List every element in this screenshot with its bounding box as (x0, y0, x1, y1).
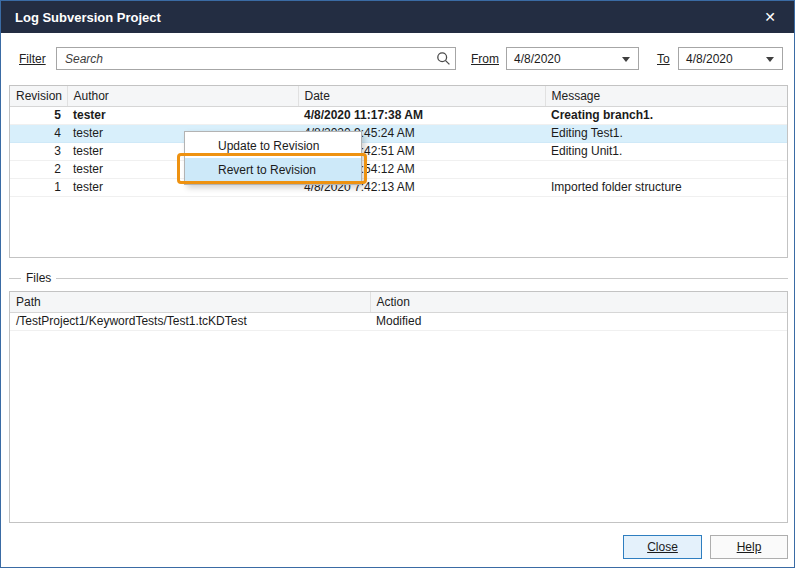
close-button[interactable]: Close (623, 535, 702, 559)
message-cell (545, 160, 787, 178)
col-header-action[interactable]: Action (370, 292, 787, 312)
revisions-header-row: Revision Author Date Message (10, 86, 787, 106)
close-button-label: Close (647, 540, 678, 554)
close-icon[interactable]: ✕ (760, 8, 780, 26)
revision-cell: 4 (10, 124, 67, 142)
to-label: To (657, 52, 670, 66)
help-button[interactable]: Help (710, 535, 788, 559)
log-subversion-dialog: Log Subversion Project ✕ Filter From 4/8… (0, 0, 795, 568)
col-header-author[interactable]: Author (67, 86, 298, 106)
context-menu: Update to Revision Revert to Revision (184, 131, 362, 185)
search-input[interactable] (56, 47, 456, 70)
search-icon (436, 51, 451, 69)
col-header-date[interactable]: Date (298, 86, 545, 106)
revision-cell: 5 (10, 106, 67, 124)
search-box (56, 47, 456, 70)
to-date-value: 4/8/2020 (686, 52, 733, 66)
date-cell: 4/8/2020 11:17:38 AM (298, 106, 545, 124)
to-date-select[interactable]: 4/8/2020 (678, 47, 783, 70)
revision-row[interactable]: 4 tester 4/8/2020 9:45:24 AM Editing Tes… (10, 124, 787, 142)
files-table: Path Action /TestProject1/KeywordTests/T… (10, 292, 787, 331)
chevron-down-icon (766, 57, 774, 62)
from-label: From (471, 52, 499, 66)
message-cell: Editing Test1. (545, 124, 787, 142)
menu-item-revert-to-revision[interactable]: Revert to Revision (185, 158, 361, 182)
files-grid: Path Action /TestProject1/KeywordTests/T… (9, 291, 788, 523)
col-header-message[interactable]: Message (545, 86, 787, 106)
filter-label: Filter (19, 52, 46, 66)
chevron-down-icon (622, 57, 630, 62)
window-title: Log Subversion Project (15, 10, 760, 25)
message-cell: Imported folder structure (545, 178, 787, 196)
revision-row[interactable]: 1 tester 4/8/2020 7:42:13 AM Imported fo… (10, 178, 787, 196)
message-cell: Creating branch1. (545, 106, 787, 124)
col-header-revision[interactable]: Revision (10, 86, 67, 106)
message-cell: Editing Unit1. (545, 142, 787, 160)
revision-cell: 1 (10, 178, 67, 196)
files-header-row: Path Action (10, 292, 787, 312)
titlebar: Log Subversion Project ✕ (1, 1, 794, 33)
from-date-select[interactable]: 4/8/2020 (506, 47, 639, 70)
help-button-label: Help (737, 540, 762, 554)
revisions-table: Revision Author Date Message 5 tester 4/… (10, 86, 787, 197)
revision-row[interactable]: 2 tester 4/8/2020 7:54:12 AM (10, 160, 787, 178)
revision-cell: 3 (10, 142, 67, 160)
author-cell: tester (67, 106, 298, 124)
file-path-cell: /TestProject1/KeywordTests/Test1.tcKDTes… (10, 312, 370, 330)
revision-cell: 2 (10, 160, 67, 178)
files-group-label: Files (21, 271, 56, 285)
revision-row[interactable]: 3 tester 4/8/2020 9:42:51 AM Editing Uni… (10, 142, 787, 160)
menu-item-update-to-revision[interactable]: Update to Revision (185, 134, 361, 158)
file-row[interactable]: /TestProject1/KeywordTests/Test1.tcKDTes… (10, 312, 787, 330)
from-date-value: 4/8/2020 (514, 52, 561, 66)
files-group-border (9, 278, 788, 279)
file-action-cell: Modified (370, 312, 787, 330)
col-header-path[interactable]: Path (10, 292, 370, 312)
revision-row[interactable]: 5 tester 4/8/2020 11:17:38 AM Creating b… (10, 106, 787, 124)
revisions-grid: Revision Author Date Message 5 tester 4/… (9, 85, 788, 258)
